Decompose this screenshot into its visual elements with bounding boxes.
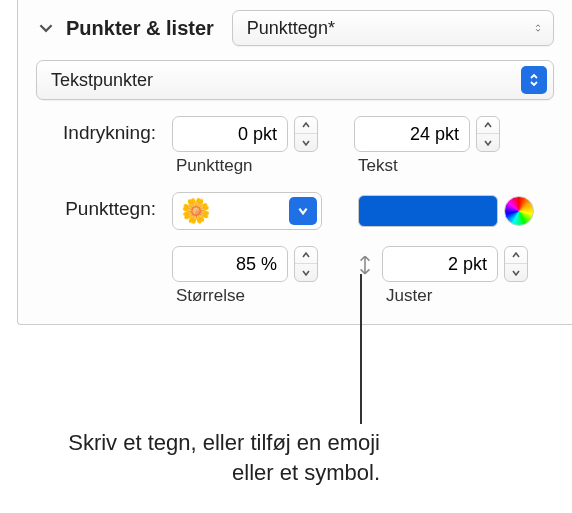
step-up-button[interactable] [295,117,317,134]
dropdown-indicator [289,197,317,225]
bullet-char-row: Punkttegn: 🌼 [36,192,554,230]
color-picker-button[interactable] [504,196,534,226]
bullet-size-sublabel: Størrelse [176,286,245,306]
step-down-button[interactable] [295,264,317,281]
section-header: Punkter & lister Punkttegn* [36,10,554,46]
callout-text: Skriv et tegn, eller tilføj en emoji ell… [60,428,380,487]
bullet-align-stepper[interactable] [382,246,528,282]
section-title: Punkter & lister [66,17,214,40]
indent-row: Indrykning: Punkttegn [36,116,554,176]
bullet-indent-input[interactable] [172,116,288,152]
bullet-indent-stepper[interactable] [172,116,318,152]
list-style-dropdown[interactable]: Punkttegn* [232,10,554,46]
text-indent-group: Tekst [354,116,500,176]
text-indent-sublabel: Tekst [358,156,398,176]
stepper-arrows [294,246,318,282]
bullet-type-dropdown[interactable]: Tekstpunkter [36,60,554,100]
bullet-character-select[interactable]: 🌼 [172,192,322,230]
bullet-align-input[interactable] [382,246,498,282]
text-indent-input[interactable] [354,116,470,152]
bullet-type-value: Tekstpunkter [51,70,153,91]
bullet-type-row: Tekstpunkter [36,60,554,100]
step-up-button[interactable] [477,117,499,134]
indent-label: Indrykning: [36,116,156,144]
bullet-color-swatch[interactable] [358,195,498,227]
step-down-button[interactable] [477,134,499,151]
bullet-size-input[interactable] [172,246,288,282]
bullet-indent-sublabel: Punkttegn [176,156,253,176]
callout-leader-line [360,274,362,424]
disclosure-toggle[interactable] [36,18,56,38]
spacer [36,246,156,252]
size-align-row: Størrelse Juster [36,246,554,306]
bullet-size-group: Størrelse [172,246,318,306]
step-up-button[interactable] [505,247,527,264]
chevron-down-icon [39,21,53,35]
bullet-indent-group: Punkttegn [172,116,318,176]
step-up-button[interactable] [295,247,317,264]
updown-icon [533,23,543,33]
bullet-align-sublabel: Juster [386,286,432,306]
list-style-value: Punkttegn* [247,18,335,39]
bullet-align-group: Juster [382,246,528,306]
bullet-size-stepper[interactable] [172,246,318,282]
step-down-button[interactable] [505,264,527,281]
dropdown-indicator [521,66,547,94]
bullets-lists-panel: Punkter & lister Punkttegn* Tekstpunkter… [17,0,572,325]
vertical-resize-icon [354,252,376,278]
align-wrap: Juster [354,246,528,306]
step-down-button[interactable] [295,134,317,151]
stepper-arrows [476,116,500,152]
stepper-arrows [504,246,528,282]
text-indent-stepper[interactable] [354,116,500,152]
bullet-emoji-preview: 🌼 [181,199,211,223]
stepper-arrows [294,116,318,152]
bullet-char-label: Punkttegn: [36,192,156,220]
bullet-color-group [358,195,534,227]
